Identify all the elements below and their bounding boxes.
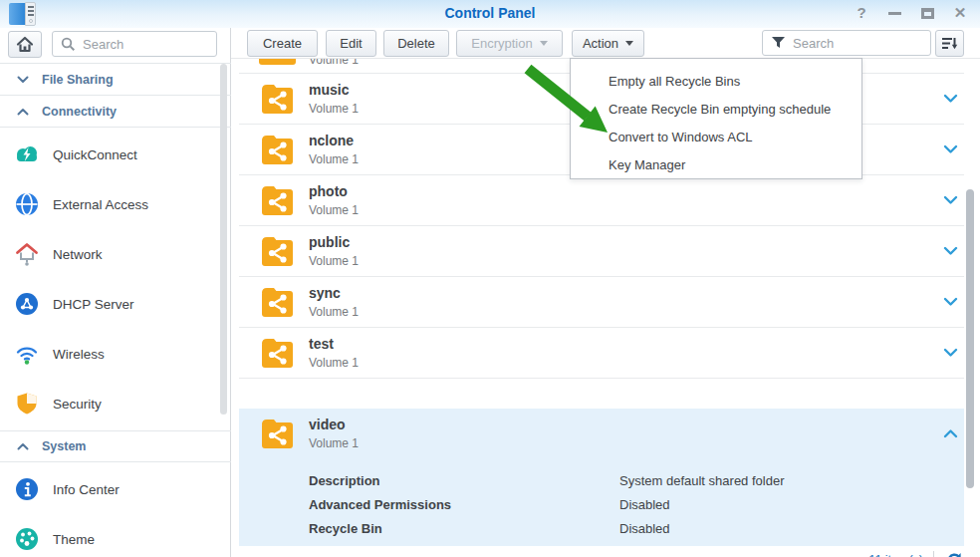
wifi-icon	[14, 341, 40, 367]
home-icon	[16, 36, 34, 53]
folder-name: sync	[309, 285, 341, 301]
sidebar-item-label: Network	[53, 247, 103, 262]
action-button-label: Action	[583, 36, 618, 51]
sidebar: File Sharing Connectivity QuickConnect E…	[0, 28, 231, 557]
shared-folder-icon	[259, 59, 296, 65]
detail-label: Description	[309, 473, 380, 488]
sidebar-section-file-sharing[interactable]: File Sharing	[0, 64, 231, 95]
sidebar-item-dhcp-server[interactable]: DHCP Server	[0, 279, 231, 329]
delete-button[interactable]: Delete	[383, 30, 449, 57]
titlebar: Control Panel ? ✕	[0, 0, 980, 28]
sidebar-item-label: Security	[53, 397, 102, 412]
sidebar-item-wireless[interactable]: Wireless	[0, 329, 231, 379]
sidebar-scrollbar[interactable]	[220, 64, 227, 415]
sidebar-item-network[interactable]: Network	[0, 229, 231, 279]
folder-name: test	[309, 336, 334, 352]
quickconnect-cloud-icon	[14, 141, 40, 167]
chevron-down-icon[interactable]	[943, 144, 958, 154]
folder-volume: Volume 1	[309, 203, 359, 217]
section-label: File Sharing	[42, 73, 114, 87]
folder-name: nclone	[309, 133, 354, 148]
edit-button[interactable]: Edit	[326, 30, 376, 57]
chevron-up-icon	[17, 442, 29, 450]
chevron-up-icon	[17, 108, 29, 116]
section-label: Connectivity	[42, 105, 117, 119]
action-menu: Empty all Recycle Bins Create Recycle Bi…	[570, 58, 862, 179]
refresh-icon	[946, 552, 963, 557]
folder-row-test[interactable]: test Volume 1	[239, 328, 964, 379]
network-house-icon	[14, 241, 40, 267]
help-icon[interactable]: ?	[854, 4, 869, 22]
sidebar-item-label: Wireless	[53, 347, 105, 362]
window-controls: ? ✕	[854, 4, 968, 22]
shared-folder-icon	[259, 416, 296, 452]
caret-down-icon	[625, 41, 633, 46]
shared-folder-icon	[259, 182, 296, 219]
filter-icon	[771, 36, 786, 50]
chevron-down-icon[interactable]	[943, 348, 958, 358]
action-button[interactable]: Action	[572, 30, 644, 57]
detail-value: System default shared folder	[619, 473, 784, 488]
globe-icon	[14, 191, 40, 217]
shared-folder-icon	[259, 284, 296, 321]
maximize-icon[interactable]	[919, 4, 935, 22]
sidebar-search-input[interactable]	[83, 37, 208, 52]
menu-item-create-recycle-bin-schedule[interactable]: Create Recycle Bin emptying schedule	[571, 95, 861, 123]
chevron-down-icon[interactable]	[943, 246, 958, 256]
folder-volume: Volume 1	[309, 59, 359, 67]
sidebar-item-info-center[interactable]: Info Center	[0, 464, 231, 514]
folder-name: photo	[309, 183, 348, 199]
menu-item-convert-to-windows-acl[interactable]: Convert to Windows ACL	[571, 123, 861, 150]
sidebar-section-connectivity[interactable]: Connectivity	[0, 96, 231, 127]
edit-button-label: Edit	[340, 36, 362, 51]
sidebar-item-security[interactable]: Security	[0, 379, 231, 428]
folder-volume: Volume 1	[309, 305, 359, 319]
folder-row-video-expanded[interactable]: video Volume 1 Description System defaul…	[239, 409, 964, 546]
list-scrollbar[interactable]	[966, 189, 974, 488]
folder-volume: Volume 1	[309, 356, 359, 370]
main-panel: Create Edit Delete Encryption Action Vol…	[231, 28, 980, 557]
menu-item-key-manager[interactable]: Key Manager	[571, 150, 861, 178]
chevron-up-icon[interactable]	[943, 428, 958, 438]
close-icon[interactable]: ✕	[952, 4, 968, 22]
detail-value: Disabled	[619, 521, 670, 536]
shared-folder-icon	[259, 233, 296, 270]
dhcp-nodes-icon	[14, 291, 40, 317]
sidebar-item-theme[interactable]: Theme	[0, 514, 231, 557]
create-button-label: Create	[263, 36, 302, 51]
delete-button-label: Delete	[397, 36, 435, 51]
minimize-icon[interactable]	[886, 4, 902, 22]
folder-search[interactable]	[762, 30, 931, 56]
menu-item-empty-all-recycle-bins[interactable]: Empty all Recycle Bins	[571, 67, 861, 95]
refresh-button[interactable]	[944, 550, 964, 557]
folder-row-photo[interactable]: photo Volume 1	[239, 175, 964, 226]
info-icon	[14, 476, 40, 502]
shared-folder-icon	[259, 81, 296, 118]
folder-row-sync[interactable]: sync Volume 1	[239, 277, 964, 328]
sidebar-item-label: Theme	[53, 532, 95, 547]
palette-icon	[14, 526, 40, 552]
shield-icon	[14, 391, 40, 417]
detail-label: Recycle Bin	[309, 521, 382, 536]
folder-volume: Volume 1	[309, 152, 359, 166]
folder-name: public	[309, 234, 350, 250]
chevron-down-icon[interactable]	[943, 195, 958, 205]
home-button[interactable]	[8, 31, 42, 58]
sidebar-section-system[interactable]: System	[0, 430, 231, 461]
shared-folder-icon	[259, 335, 296, 372]
sidebar-search[interactable]	[52, 31, 217, 57]
folder-row-public[interactable]: public Volume 1	[239, 226, 964, 277]
folder-volume: Volume 1	[309, 254, 359, 268]
folder-name: music	[309, 82, 349, 98]
chevron-down-icon	[17, 76, 29, 84]
folder-search-input[interactable]	[793, 36, 922, 51]
divider	[933, 551, 934, 557]
sort-button[interactable]	[935, 30, 964, 57]
sidebar-item-label: External Access	[53, 197, 148, 212]
chevron-down-icon[interactable]	[943, 94, 958, 104]
detail-label: Advanced Permissions	[309, 497, 451, 512]
create-button[interactable]: Create	[247, 30, 318, 57]
sidebar-item-quickconnect[interactable]: QuickConnect	[0, 130, 231, 179]
chevron-down-icon[interactable]	[943, 297, 958, 307]
sidebar-item-external-access[interactable]: External Access	[0, 179, 231, 229]
